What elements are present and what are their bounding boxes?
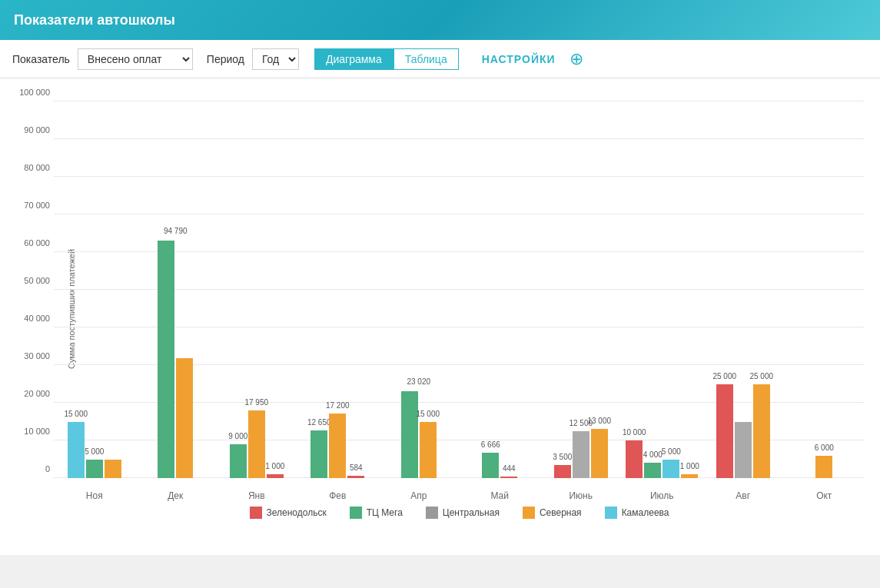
bar-stack: 5 000 <box>662 460 679 479</box>
pokazatel-label: Показатель <box>12 53 70 65</box>
bar-stack: 5 000 <box>86 460 103 479</box>
bar-stack: 6 000 <box>815 456 832 478</box>
legend-item: Зеленодольск <box>250 507 327 519</box>
total-value-label: 94 790 <box>164 227 188 235</box>
bar-stack: 17 200 <box>329 414 346 478</box>
bar-segment-zelenodolsk <box>626 440 643 478</box>
bar-stack: 9 000 <box>230 444 247 478</box>
bar-value-label: 444 <box>503 464 516 473</box>
y-label: 30 000 <box>15 351 50 360</box>
pokazatel-select[interactable]: Внесено оплат <box>78 48 193 70</box>
bar-stack: 17 950 <box>248 410 265 478</box>
bar-group: 94 790 <box>135 241 217 478</box>
bar-segment-centralnaya <box>735 422 752 479</box>
bar-value-label: 584 <box>350 463 363 472</box>
bar-stack: 13 000 <box>591 429 608 478</box>
bar-segment-severnaya <box>329 414 346 478</box>
bar-value-label: 25 000 <box>712 372 736 380</box>
bar-value-label: 10 000 <box>623 428 646 437</box>
bar-value-label: 5 000 <box>662 447 681 456</box>
bar-segment-severnaya <box>105 460 121 479</box>
bar-value-label: 13 000 <box>587 417 611 425</box>
bar-segment-centralnaya <box>573 431 589 478</box>
legend: ЗеленодольскТЦ МегаЦентральнаяСевернаяКа… <box>54 499 865 528</box>
bar-segment-zelenodolsk <box>267 474 284 478</box>
bar-value-label: 9 000 <box>228 432 247 440</box>
legend-label: ТЦ Мега <box>367 507 403 518</box>
y-label: 0 <box>15 464 50 473</box>
bar-value-label: 6 000 <box>815 443 834 452</box>
y-label: 70 000 <box>15 201 50 210</box>
bar-stack: 25 000 <box>753 384 770 479</box>
bar-stack <box>158 241 174 478</box>
bar-group: 10 0004 0005 0001 000 <box>622 440 703 478</box>
bars-area: 15 0005 00094 7909 00017 9501 00012 6501… <box>54 101 865 478</box>
bar-stack: 10 000 <box>626 440 643 478</box>
period-label: Период <box>207 53 244 65</box>
bar-value-label: 15 000 <box>64 410 88 418</box>
bar-segment-mega <box>158 241 174 478</box>
bar-value-label: 12 650 <box>307 418 331 427</box>
bar-group: 9 00017 9501 000 <box>216 410 297 478</box>
bar-segment-severnaya <box>681 474 698 478</box>
bar-value-label: 25 000 <box>749 372 773 380</box>
bar-stack: 25 000 <box>716 384 733 479</box>
legend-color-box <box>523 507 535 519</box>
y-label: 50 000 <box>15 276 50 285</box>
period-select[interactable]: Год <box>252 48 299 70</box>
legend-color-box <box>605 507 617 519</box>
bar-segment-kamaleeva <box>662 460 679 479</box>
table-button[interactable]: Таблица <box>394 48 459 70</box>
bar-value-label: 15 000 <box>416 410 440 418</box>
bar-value-label: 5 000 <box>85 447 104 456</box>
legend-item: ТЦ Мега <box>350 507 403 519</box>
bar-segment-severnaya <box>420 422 437 479</box>
bar-stack: 584 <box>347 476 364 478</box>
y-label: 100 000 <box>15 88 50 97</box>
bar-value-label: 1 000 <box>680 462 699 470</box>
bar-segment-mega <box>230 444 247 478</box>
bar-segment-severnaya <box>591 429 608 478</box>
bar-group: 25 00025 000 <box>702 384 784 479</box>
total-value-label: 23 020 <box>407 377 430 386</box>
bar-segment-severnaya <box>815 456 832 478</box>
add-button[interactable]: ⊕ <box>570 49 583 69</box>
bar-stack: 1 000 <box>681 474 698 478</box>
bar-stack <box>176 358 193 478</box>
y-label: 40 000 <box>15 314 50 323</box>
legend-color-box <box>350 507 362 519</box>
bar-segment-mega <box>644 463 661 478</box>
legend-color-box <box>426 507 438 519</box>
bar-segment-severnaya <box>248 410 265 478</box>
bar-stack: 15 000 <box>68 422 85 479</box>
bar-segment-severnaya <box>753 384 770 479</box>
bar-segment-kamaleeva <box>68 422 85 479</box>
legend-item: Центральная <box>426 507 500 519</box>
legend-item: Северная <box>523 507 582 519</box>
chart-container: Сумма поступивших платежей 010 00020 000… <box>0 78 880 555</box>
diagram-button[interactable]: Диаграмма <box>314 48 394 70</box>
bar-stack: 4 000 <box>644 463 661 478</box>
toolbar: Показатель Внесено оплат Период Год Диаг… <box>0 40 880 78</box>
bar-stack <box>401 391 418 478</box>
bar-value-label: 17 950 <box>244 398 268 407</box>
chart-area: Сумма поступивших платежей 010 00020 000… <box>54 86 865 532</box>
bar-stack: 15 000 <box>420 422 437 479</box>
bar-group: 15 00023 020 <box>378 391 460 478</box>
bar-stack: 12 650 <box>310 430 327 478</box>
legend-label: Северная <box>540 507 582 518</box>
y-label: 90 000 <box>15 125 50 135</box>
bar-stack: 444 <box>500 477 517 478</box>
bar-segment-severnaya <box>176 358 193 478</box>
bar-segment-zelenodolsk <box>500 477 517 478</box>
legend-label: Центральная <box>443 507 500 518</box>
view-toggle: Диаграмма Таблица <box>314 48 459 70</box>
bar-stack: 12 500 <box>573 431 589 478</box>
app-header: Показатели автошколы <box>0 0 880 40</box>
settings-button[interactable]: НАСТРОЙКИ <box>482 53 556 65</box>
bar-stack: 1 000 <box>267 474 284 478</box>
bar-stack: 6 666 <box>482 453 499 478</box>
bar-group: 6 000 <box>784 456 865 478</box>
bar-segment-zelenodolsk <box>554 465 571 478</box>
bar-group: 12 65017 200584 <box>297 414 379 478</box>
